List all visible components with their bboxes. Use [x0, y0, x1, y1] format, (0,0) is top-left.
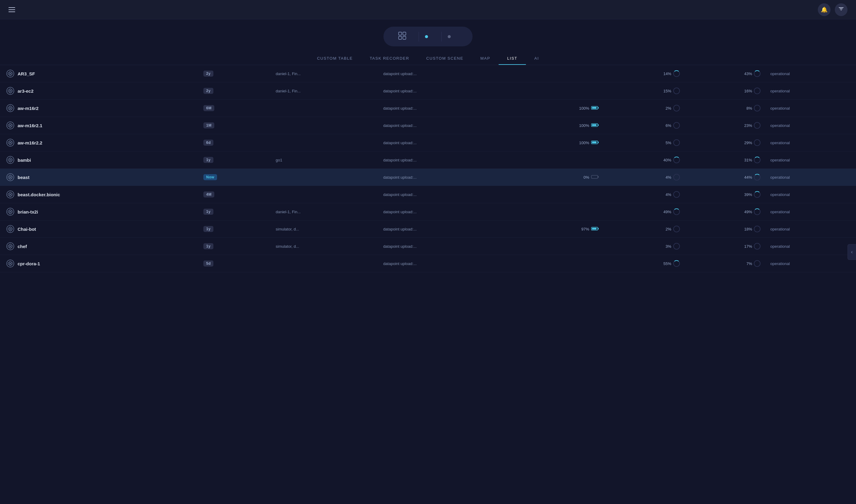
mem-circle	[754, 174, 761, 181]
cpu-circle	[673, 209, 680, 215]
svg-point-49	[10, 194, 11, 195]
robot-name: aw-m16r2	[18, 106, 38, 111]
robot-datapoint: datapoint upload:...	[378, 151, 512, 169]
robot-age: 1y	[198, 220, 271, 238]
datapoint-text: datapoint upload:...	[383, 158, 417, 162]
datapoint-text: datapoint upload:...	[383, 123, 417, 128]
tab-custom-scene[interactable]: CUSTOM SCENE	[418, 52, 472, 65]
svg-rect-59	[598, 228, 599, 229]
svg-point-43	[10, 177, 11, 178]
tab-list[interactable]: LIST	[499, 52, 526, 65]
table-row[interactable]: ar3-ec2 2ydaniel-1, Fin...datapoint uplo…	[0, 83, 856, 100]
battery-cell: 100%	[512, 117, 604, 134]
hamburger-menu[interactable]	[8, 7, 15, 12]
status-badge: operational	[770, 227, 790, 231]
table-row[interactable]: aw-m16r2.1 1Mdatapoint upload:... 100% 6…	[0, 117, 856, 134]
status-cell: operational	[765, 117, 856, 134]
battery-cell	[512, 151, 604, 169]
robot-name: AR3_SF	[18, 71, 35, 76]
robot-name-cell: bambi	[1, 151, 198, 169]
cpu-pct: 49%	[664, 210, 671, 214]
table-row[interactable]: brian-tx2i 1ydaniel-1, Fin...datapoint u…	[0, 203, 856, 220]
tab-task-recorder[interactable]: TASK RECORDER	[361, 52, 418, 65]
robot-datapoint: datapoint upload:...	[378, 83, 512, 100]
tab-ai[interactable]: AI	[526, 52, 547, 65]
memory-cell: 7%	[685, 255, 766, 272]
stats-bar	[0, 19, 856, 50]
datapoint-text: datapoint upload:...	[383, 175, 417, 180]
battery-cell: 100%	[512, 100, 604, 117]
robot-age: 5d	[198, 255, 271, 272]
tab-map[interactable]: MAP	[472, 52, 499, 65]
robot-age: 1y	[198, 238, 271, 255]
cpu-pct: 2%	[666, 227, 671, 231]
table-row[interactable]: aw-m16r2 6Mdatapoint upload:... 100% 2% …	[0, 100, 856, 117]
robot-name: beast.docker.bionic	[18, 192, 60, 197]
robot-name-cell: ar3-ec2	[1, 83, 198, 100]
robot-age: 6d	[198, 134, 271, 151]
memory-cell: 49%	[685, 203, 766, 220]
table-row[interactable]: cpr-dora-1 5ddatapoint upload:... 55% 7%…	[0, 255, 856, 272]
svg-point-10	[10, 73, 11, 74]
table-row[interactable]: Chai-bot 1ysimulator, d...datapoint uplo…	[0, 220, 856, 238]
battery-cell: 100%	[512, 134, 604, 151]
robot-tags: daniel-1, Fin...	[271, 203, 379, 220]
robot-tags: go1	[271, 151, 379, 169]
battery-icon	[591, 105, 599, 111]
battery-pct: 100%	[579, 141, 589, 145]
battery-icon	[591, 122, 599, 129]
online-dot	[425, 35, 428, 38]
notifications-button[interactable]: 🔔	[818, 3, 831, 16]
status-cell: operational	[765, 100, 856, 117]
svg-rect-3	[399, 32, 402, 35]
cpu-pct: 6%	[666, 123, 671, 128]
cpu-pct: 2%	[666, 106, 671, 111]
status-badge: operational	[770, 262, 790, 266]
table-row[interactable]: AR3_SF 2ydaniel-1, Fin...datapoint uploa…	[0, 65, 856, 83]
datapoint-text: datapoint upload:...	[383, 106, 417, 111]
age-badge: 1y	[204, 209, 213, 215]
status-badge: operational	[770, 141, 790, 145]
collapse-icon: ‹	[851, 249, 853, 255]
robot-name: aw-m16r2.2	[18, 140, 42, 145]
robot-age: 1y	[198, 151, 271, 169]
table-row[interactable]: chef 1ysimulator, d...datapoint upload:.…	[0, 238, 856, 255]
cpu-cell: 2%	[604, 100, 685, 117]
status-badge: operational	[770, 106, 790, 111]
tab-custom-table[interactable]: CUSTOM TABLE	[309, 52, 361, 65]
table-row[interactable]: bambi 1ygo1datapoint upload:... 40% 31% …	[0, 151, 856, 169]
status-cell: operational	[765, 238, 856, 255]
robot-age: 2y	[198, 65, 271, 83]
mem-pct: 44%	[744, 175, 752, 180]
svg-point-25	[10, 125, 11, 126]
robot-icon	[6, 121, 15, 130]
battery-icon	[591, 174, 599, 181]
status-cell: operational	[765, 83, 856, 100]
mem-circle	[754, 139, 761, 146]
collapse-panel-button[interactable]: ‹	[848, 244, 856, 260]
age-badge: 2y	[204, 88, 213, 94]
table-row[interactable]: beast.docker.bionic 4Mdatapoint upload:.…	[0, 186, 856, 203]
offline-stat	[442, 33, 464, 40]
cpu-pct: 15%	[664, 89, 671, 93]
battery-cell: 97%	[512, 220, 604, 238]
robot-icon	[6, 208, 15, 216]
status-cell: operational	[765, 151, 856, 169]
datapoint-text: datapoint upload:...	[383, 192, 417, 197]
svg-rect-4	[403, 32, 406, 35]
status-badge: operational	[770, 244, 790, 249]
datapoint-text: datapoint upload:...	[383, 71, 417, 76]
robot-tags	[271, 255, 379, 272]
filter-button[interactable]	[835, 3, 848, 16]
robot-name: chef	[18, 244, 27, 249]
memory-cell: 8%	[685, 100, 766, 117]
table-row[interactable]: aw-m16r2.2 6ddatapoint upload:... 100% 5…	[0, 134, 856, 151]
memory-cell: 43%	[685, 65, 766, 83]
status-badge: operational	[770, 71, 790, 76]
tab-navigation: CUSTOM TABLE TASK RECORDER CUSTOM SCENE …	[0, 50, 856, 65]
mem-circle	[754, 226, 761, 232]
table-row[interactable]: beast Nowdatapoint upload:... 0% 4% 44% …	[0, 169, 856, 186]
memory-cell: 16%	[685, 83, 766, 100]
svg-point-68	[10, 263, 11, 264]
status-cell: operational	[765, 186, 856, 203]
